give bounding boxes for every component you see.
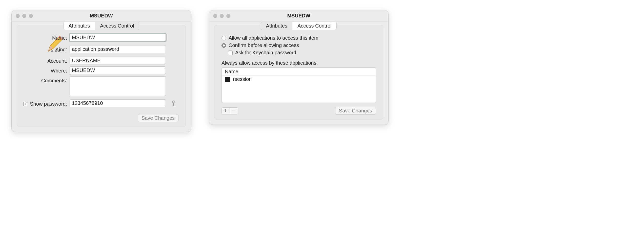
label-kind: Kind:: [55, 45, 67, 55]
terminal-app-icon: [225, 77, 230, 82]
label-show-password: Show password:: [30, 101, 67, 107]
svg-point-3: [51, 50, 53, 52]
save-changes-button[interactable]: Save Changes: [335, 107, 376, 115]
tab-attributes[interactable]: Attributes: [261, 22, 292, 30]
name-field[interactable]: [70, 34, 166, 41]
label-account: Account:: [47, 57, 67, 64]
label-where: Where:: [51, 66, 67, 74]
close-window-icon[interactable]: [16, 14, 20, 18]
kind-field[interactable]: [70, 45, 166, 53]
window-title: MSUEDW: [209, 13, 388, 19]
panel: Attributes Access Control Na: [17, 25, 186, 127]
always-allow-label: Always allow access by these application…: [222, 60, 376, 66]
traffic-lights: [12, 14, 33, 18]
comments-field[interactable]: [70, 76, 166, 96]
radio-confirm[interactable]: [222, 43, 226, 48]
app-list: Name rsession: [222, 67, 376, 103]
label-ask-keychain: Ask for Keychain password: [235, 50, 296, 56]
tab-access-control[interactable]: Access Control: [95, 22, 139, 30]
add-remove-segment: + −: [222, 107, 238, 114]
keychain-item-window-attributes: MSUEDW Attributes Access Control: [11, 10, 191, 132]
svg-point-6: [172, 101, 174, 103]
key-icon[interactable]: [168, 99, 178, 107]
label-confirm: Confirm before allowing access: [229, 42, 299, 48]
titlebar: MSUEDW: [209, 10, 388, 21]
tab-attributes[interactable]: Attributes: [64, 22, 95, 30]
app-list-row[interactable]: rsession: [222, 76, 376, 83]
close-window-icon[interactable]: [213, 14, 217, 18]
app-list-header: Name: [222, 68, 376, 76]
minimize-window-icon[interactable]: [22, 14, 26, 18]
password-field[interactable]: [70, 99, 166, 107]
label-comments: Comments:: [41, 76, 67, 97]
remove-app-button[interactable]: −: [230, 108, 238, 114]
panel: Attributes Access Control Allow all appl…: [214, 25, 383, 120]
tabbar: Attributes Access Control: [17, 22, 186, 30]
radio-allow-all[interactable]: [222, 36, 226, 40]
account-field[interactable]: [70, 57, 166, 64]
minimize-window-icon[interactable]: [220, 14, 224, 18]
titlebar: MSUEDW: [12, 10, 191, 21]
add-app-button[interactable]: +: [222, 108, 230, 114]
zoom-window-icon[interactable]: [226, 14, 230, 18]
zoom-window-icon[interactable]: [29, 14, 33, 18]
window-title: MSUEDW: [12, 13, 191, 19]
where-field[interactable]: [70, 66, 166, 74]
tab-access-control[interactable]: Access Control: [292, 22, 337, 30]
keychain-item-window-access-control: MSUEDW Attributes Access Control Allow a…: [209, 10, 389, 125]
traffic-lights: [209, 14, 230, 18]
ask-keychain-checkbox[interactable]: [228, 51, 233, 55]
label-allow-all: Allow all applications to access this it…: [229, 35, 318, 41]
tabbar: Attributes Access Control: [214, 22, 383, 30]
show-password-checkbox[interactable]: [23, 102, 28, 106]
app-name: rsession: [233, 76, 252, 82]
save-changes-button[interactable]: Save Changes: [138, 114, 178, 122]
label-name: Name:: [52, 34, 67, 43]
